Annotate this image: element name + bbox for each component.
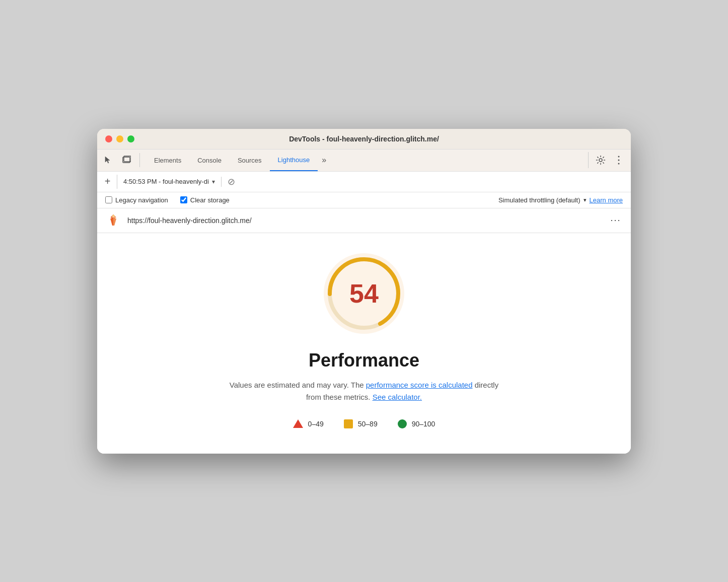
performance-title: Performance xyxy=(309,350,419,371)
traffic-lights xyxy=(105,135,134,142)
tab-elements[interactable]: Elements xyxy=(146,149,189,171)
learn-more-link[interactable]: Learn more xyxy=(590,196,623,204)
svg-point-9 xyxy=(112,215,114,217)
calculator-link[interactable]: See calculator. xyxy=(373,393,422,401)
score-value: 54 xyxy=(349,278,379,309)
legacy-navigation-checkbox[interactable] xyxy=(105,196,112,203)
url-bar: https://foul-heavenly-direction.glitch.m… xyxy=(97,208,631,233)
legend-item-green: 90–100 xyxy=(398,419,435,428)
add-session-button[interactable]: + xyxy=(103,175,117,189)
performance-description: Values are estimated and may vary. The p… xyxy=(223,379,505,403)
svg-point-4 xyxy=(618,160,620,161)
maximize-button[interactable] xyxy=(127,135,134,142)
svg-point-5 xyxy=(618,163,620,165)
title-bar: DevTools - foul-heavenly-direction.glitc… xyxy=(97,129,631,150)
legend-red-range: 0–49 xyxy=(308,420,324,428)
legend-green-icon xyxy=(398,419,407,428)
toolbar-divider xyxy=(221,177,222,187)
devtools-body: Elements Console Sources Lighthouse » xyxy=(97,150,631,454)
layers-icon-button[interactable] xyxy=(119,153,133,167)
legend-orange-range: 50–89 xyxy=(358,420,378,428)
devtools-window: DevTools - foul-heavenly-direction.glitc… xyxy=(97,129,631,454)
clear-storage-checkbox[interactable] xyxy=(180,196,187,203)
minimize-button[interactable] xyxy=(116,135,123,142)
session-label: 4:50:53 PM - foul-heavenly-di xyxy=(123,178,209,185)
close-button[interactable] xyxy=(105,135,112,142)
score-circle: 54 xyxy=(324,253,404,334)
window-title: DevTools - foul-heavenly-direction.glitc… xyxy=(289,135,439,143)
cursor-icon-button[interactable] xyxy=(101,153,115,167)
url-text: https://foul-heavenly-direction.glitch.m… xyxy=(127,216,603,225)
tabs-right-actions xyxy=(588,152,627,168)
throttling-label: Simulated throttling (default) xyxy=(498,196,580,204)
clear-storage-option[interactable]: Clear storage xyxy=(180,196,230,204)
lighthouse-icon xyxy=(105,212,121,229)
perf-score-link[interactable]: performance score is calculated xyxy=(366,381,473,389)
legend-green-range: 90–100 xyxy=(412,420,435,428)
tab-icon-group xyxy=(101,153,140,167)
svg-point-3 xyxy=(618,156,620,158)
main-content: 54 Performance Values are estimated and … xyxy=(97,233,631,454)
toolbar-bar: + 4:50:53 PM - foul-heavenly-di ▾ ⊘ xyxy=(97,172,631,192)
legend-item-red: 0–49 xyxy=(293,419,324,428)
throttling-chevron-icon[interactable]: ▾ xyxy=(584,197,587,203)
legend-item-orange: 50–89 xyxy=(344,419,378,428)
legend-red-icon xyxy=(293,419,303,428)
legend-orange-icon xyxy=(344,419,353,428)
throttling-control: Simulated throttling (default) ▾ Learn m… xyxy=(498,196,623,204)
session-selector[interactable]: 4:50:53 PM - foul-heavenly-di ▾ xyxy=(123,178,215,185)
tab-list: Elements Console Sources Lighthouse » xyxy=(146,149,588,171)
session-chevron-icon: ▾ xyxy=(212,178,215,185)
description-prefix: Values are estimated and may vary. The xyxy=(230,381,366,389)
legacy-navigation-option[interactable]: Legacy navigation xyxy=(105,196,168,204)
url-bar-more-button[interactable]: ⋮ xyxy=(609,213,623,228)
ellipsis-menu-button[interactable] xyxy=(611,152,627,168)
settings-icon-button[interactable] xyxy=(593,152,609,168)
options-bar: Legacy navigation Clear storage Simulate… xyxy=(97,192,631,208)
clear-storage-label: Clear storage xyxy=(190,196,230,204)
tab-console[interactable]: Console xyxy=(189,149,230,171)
more-tabs-button[interactable]: » xyxy=(318,152,330,169)
tab-sources[interactable]: Sources xyxy=(230,149,270,171)
tab-lighthouse[interactable]: Lighthouse xyxy=(270,149,318,171)
score-legend: 0–49 50–89 90–100 xyxy=(293,419,435,428)
legacy-navigation-label: Legacy navigation xyxy=(115,196,168,204)
tabs-bar: Elements Console Sources Lighthouse » xyxy=(97,150,631,172)
block-icon-button[interactable]: ⊘ xyxy=(228,176,235,187)
svg-point-2 xyxy=(599,159,602,162)
